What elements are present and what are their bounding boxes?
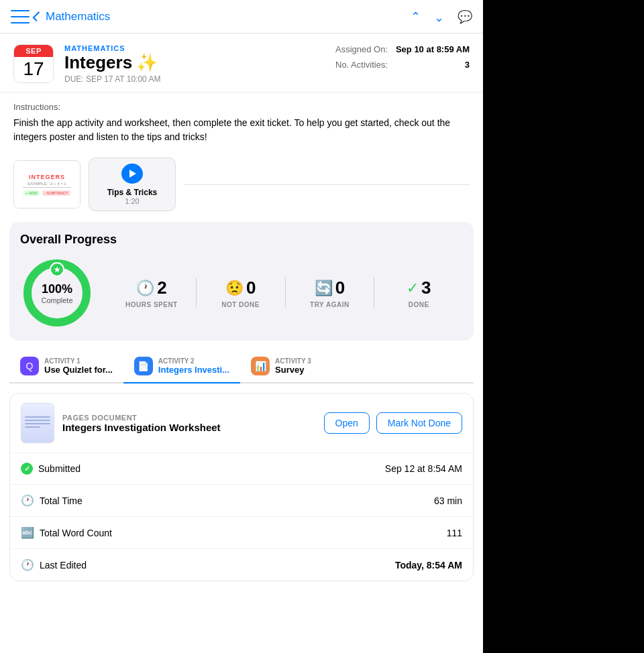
no-activities-row: No. Activities: 3 bbox=[335, 60, 470, 70]
due-date: DUE: SEP 17 AT 10:00 AM bbox=[64, 74, 325, 84]
back-label: Mathematics bbox=[46, 10, 110, 23]
not-done-icon: 😟 bbox=[225, 280, 244, 297]
calendar-day: 17 bbox=[14, 57, 53, 82]
progress-content: ★ 100% Complete 🕐 2 HOURS SPENT bbox=[20, 256, 463, 330]
donut-percent: 100% bbox=[41, 282, 72, 296]
integers-poster-thumb[interactable]: INTEGERS EXAMPLE: -3 + 4 = 1 + ADD - SUB… bbox=[13, 160, 80, 209]
activity-card: PAGES DOCUMENT Integers Investigation Wo… bbox=[9, 393, 474, 581]
survey-icon: 📊 bbox=[251, 357, 270, 375]
calendar-badge: SEP 17 bbox=[13, 44, 54, 83]
quizlet-icon: Q bbox=[20, 357, 39, 375]
done-stat: ✓ 3 DONE bbox=[374, 278, 463, 308]
open-button[interactable]: Open bbox=[324, 412, 370, 434]
submitted-label: Submitted bbox=[38, 463, 80, 474]
activity-tab-2[interactable]: 📄 ACTIVITY 2 Integers Investi... bbox=[123, 350, 240, 383]
activity-content: PAGES DOCUMENT Integers Investigation Wo… bbox=[0, 383, 483, 653]
header: Mathematics ⌃ ⌃ 💬 bbox=[0, 0, 483, 34]
sparkle-icon: ✨ bbox=[136, 52, 158, 73]
activity-doc-header: PAGES DOCUMENT Integers Investigation Wo… bbox=[10, 394, 473, 453]
doc-type: PAGES DOCUMENT bbox=[62, 414, 316, 422]
activity-3-name: Survey bbox=[275, 365, 311, 375]
assignment-meta: Assigned On: Sep 10 at 8:59 AM No. Activ… bbox=[335, 44, 470, 70]
not-done-label: NOT DONE bbox=[203, 301, 278, 308]
total-time-row: 🕐 Total Time 63 min bbox=[10, 485, 473, 517]
word-count-icon: 🔤 bbox=[21, 526, 34, 539]
activity-2-name: Integers Investi... bbox=[158, 365, 229, 375]
mark-not-done-button[interactable]: Mark Not Done bbox=[376, 412, 462, 434]
last-edited-icon: 🕐 bbox=[21, 558, 34, 571]
donut-chart: ★ 100% Complete bbox=[20, 256, 94, 330]
progress-section: Overall Progress ★ 100% Complete bbox=[9, 222, 474, 341]
last-edited-value: Today, 8:54 AM bbox=[395, 560, 462, 571]
instructions-section: Instructions: Finish the app activity an… bbox=[0, 93, 483, 151]
instructions-text: Finish the app activity and worksheet, t… bbox=[13, 116, 470, 144]
back-button[interactable]: Mathematics bbox=[35, 10, 110, 23]
video-duration: 1:20 bbox=[125, 197, 139, 205]
comment-icon[interactable]: 💬 bbox=[458, 9, 472, 24]
submitted-dot-icon: ✓ bbox=[21, 463, 33, 475]
donut-center: 100% Complete bbox=[41, 282, 72, 304]
sidebar-toggle-button[interactable] bbox=[11, 10, 30, 23]
assigned-on-row: Assigned On: Sep 10 at 8:59 AM bbox=[335, 44, 470, 54]
assignment-title: Integers ✨ bbox=[64, 52, 325, 73]
chevron-up-icon[interactable]: ⌃ bbox=[411, 9, 421, 24]
word-count-value: 111 bbox=[447, 528, 462, 538]
word-count-label: Total Word Count bbox=[40, 528, 112, 538]
assignment-info: MATHEMATICS Integers ✨ DUE: SEP 17 AT 10… bbox=[64, 44, 325, 84]
chevron-left-icon bbox=[33, 11, 43, 21]
main-panel: Mathematics ⌃ ⌃ 💬 SEP 17 MATHEMATICS Int… bbox=[0, 0, 483, 653]
no-activities-value: 3 bbox=[465, 60, 470, 70]
calendar-month: SEP bbox=[14, 45, 53, 57]
try-again-icon: 🔄 bbox=[315, 280, 333, 297]
doc-thumbnail bbox=[21, 403, 54, 443]
try-again-value: 0 bbox=[335, 278, 345, 298]
activity-tab-3[interactable]: 📊 ACTIVITY 3 Survey bbox=[240, 350, 334, 383]
word-count-row: 🔤 Total Word Count 111 bbox=[10, 517, 473, 549]
video-label: Tips & Tricks bbox=[107, 188, 157, 197]
not-done-value: 0 bbox=[246, 278, 256, 298]
pages-icon: 📄 bbox=[134, 357, 153, 375]
hours-spent-stat: 🕐 2 HOURS SPENT bbox=[107, 278, 197, 308]
instructions-label: Instructions: bbox=[13, 102, 470, 112]
assigned-on-label: Assigned On: bbox=[335, 44, 388, 54]
stats-grid: 🕐 2 HOURS SPENT 😟 0 NOT DONE 🔄 0 bbox=[107, 278, 463, 308]
doc-info: PAGES DOCUMENT Integers Investigation Wo… bbox=[62, 414, 316, 433]
header-left: Mathematics bbox=[11, 10, 110, 23]
not-done-stat: 😟 0 NOT DONE bbox=[197, 278, 286, 308]
assignment-title-text: Integers bbox=[64, 52, 132, 73]
activity-3-num: ACTIVITY 3 bbox=[275, 357, 311, 365]
play-button[interactable] bbox=[121, 164, 143, 184]
try-again-stat: 🔄 0 TRY AGAIN bbox=[286, 278, 375, 308]
clock-icon: 🕐 bbox=[136, 280, 154, 297]
submitted-date: Sep 12 at 8:54 AM bbox=[385, 463, 462, 474]
total-time-value: 63 min bbox=[434, 495, 462, 506]
activity-tab-1[interactable]: Q ACTIVITY 1 Use Quizlet for... bbox=[9, 350, 123, 383]
subject-label: MATHEMATICS bbox=[64, 44, 325, 52]
donut-label: Complete bbox=[41, 296, 72, 304]
hours-label: HOURS SPENT bbox=[114, 301, 189, 308]
play-triangle-icon bbox=[129, 170, 136, 178]
doc-actions: Open Mark Not Done bbox=[324, 412, 462, 434]
submitted-row: ✓ Submitted Sep 12 at 8:54 AM bbox=[10, 453, 473, 485]
done-label: DONE bbox=[381, 301, 456, 308]
integers-poster-title: INTEGERS bbox=[29, 174, 65, 180]
activities-section: Q ACTIVITY 1 Use Quizlet for... 📄 ACTIVI… bbox=[0, 350, 483, 383]
hours-value: 2 bbox=[157, 278, 166, 298]
chevron-down-icon[interactable]: ⌃ bbox=[434, 9, 444, 24]
assigned-on-value: Sep 10 at 8:59 AM bbox=[396, 44, 470, 54]
done-value: 3 bbox=[421, 278, 431, 298]
try-again-label: TRY AGAIN bbox=[292, 301, 368, 308]
last-edited-row: 🕐 Last Edited Today, 8:54 AM bbox=[10, 549, 473, 581]
progress-title: Overall Progress bbox=[20, 233, 463, 247]
assignment-header: SEP 17 MATHEMATICS Integers ✨ DUE: SEP 1… bbox=[0, 34, 483, 93]
attachments-row: INTEGERS EXAMPLE: -3 + 4 = 1 + ADD - SUB… bbox=[0, 151, 483, 222]
done-checkmark-icon: ✓ bbox=[407, 280, 419, 297]
activity-1-num: ACTIVITY 1 bbox=[44, 357, 113, 365]
total-time-icon: 🕐 bbox=[21, 494, 34, 507]
divider-line bbox=[184, 184, 470, 185]
no-activities-label: No. Activities: bbox=[335, 60, 388, 70]
tips-tricks-video[interactable]: Tips & Tricks 1:20 bbox=[89, 158, 176, 211]
total-time-label: Total Time bbox=[40, 495, 83, 506]
doc-name: Integers Investigation Worksheet bbox=[62, 422, 316, 433]
svg-text:★: ★ bbox=[54, 265, 61, 274]
